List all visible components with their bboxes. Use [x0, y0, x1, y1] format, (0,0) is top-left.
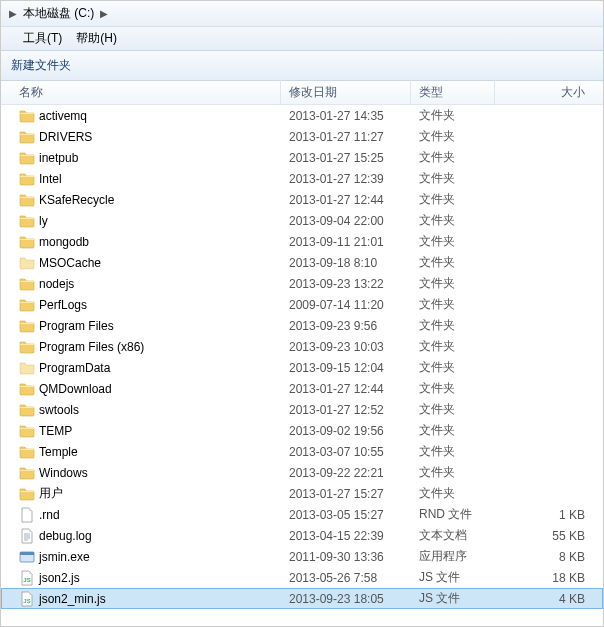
new-folder-button[interactable]: 新建文件夹	[11, 57, 71, 74]
file-type: 文件夹	[411, 336, 495, 357]
file-date: 2013-09-11 21:01	[281, 233, 411, 251]
file-name: jsmin.exe	[39, 550, 90, 564]
file-name: Temple	[39, 445, 78, 459]
table-row[interactable]: Windows2013-09-22 22:21文件夹	[1, 462, 603, 483]
file-date: 2013-09-22 22:21	[281, 464, 411, 482]
file-date: 2013-09-15 12:04	[281, 359, 411, 377]
table-row[interactable]: Program Files (x86)2013-09-23 10:03文件夹	[1, 336, 603, 357]
file-type: 文件夹	[411, 420, 495, 441]
file-size	[495, 366, 603, 370]
folder-icon	[19, 402, 35, 418]
file-size: 8 KB	[495, 548, 603, 566]
file-type: 应用程序	[411, 546, 495, 567]
menu-help[interactable]: 帮助(H)	[76, 30, 117, 47]
file-type: 文件夹	[411, 273, 495, 294]
file-name: Program Files (x86)	[39, 340, 144, 354]
folder-icon	[19, 318, 35, 334]
file-date: 2011-09-30 13:36	[281, 548, 411, 566]
folder-icon	[19, 213, 35, 229]
breadcrumb-location[interactable]: 本地磁盘 (C:)	[23, 5, 94, 22]
file-date: 2013-09-23 10:03	[281, 338, 411, 356]
file-date: 2013-01-27 12:44	[281, 380, 411, 398]
table-row[interactable]: PerfLogs2009-07-14 11:20文件夹	[1, 294, 603, 315]
table-row[interactable]: mongodb2013-09-11 21:01文件夹	[1, 231, 603, 252]
file-type: 文件夹	[411, 252, 495, 273]
file-icon	[19, 507, 35, 523]
table-row[interactable]: swtools2013-01-27 12:52文件夹	[1, 399, 603, 420]
exe-icon	[19, 549, 35, 565]
table-row[interactable]: QMDownload2013-01-27 12:44文件夹	[1, 378, 603, 399]
file-name: Intel	[39, 172, 62, 186]
table-row[interactable]: .rnd2013-03-05 15:27RND 文件1 KB	[1, 504, 603, 525]
file-date: 2009-07-14 11:20	[281, 296, 411, 314]
table-row[interactable]: json2.js2013-05-26 7:58JS 文件18 KB	[1, 567, 603, 588]
file-date: 2013-01-27 12:44	[281, 191, 411, 209]
folder-icon	[19, 276, 35, 292]
file-date: 2013-01-27 11:27	[281, 128, 411, 146]
file-size	[495, 282, 603, 286]
text-icon	[19, 528, 35, 544]
file-name: KSafeRecycle	[39, 193, 114, 207]
file-name: mongodb	[39, 235, 89, 249]
file-date: 2013-01-27 14:35	[281, 107, 411, 125]
folder-icon	[19, 423, 35, 439]
table-row[interactable]: DRIVERS2013-01-27 11:27文件夹	[1, 126, 603, 147]
file-size	[495, 135, 603, 139]
folder-dim-icon	[19, 255, 35, 271]
table-row[interactable]: ly2013-09-04 22:00文件夹	[1, 210, 603, 231]
file-name: TEMP	[39, 424, 72, 438]
file-name: 用户	[39, 485, 63, 502]
folder-icon	[19, 339, 35, 355]
file-type: 文件夹	[411, 294, 495, 315]
table-row[interactable]: jsmin.exe2011-09-30 13:36应用程序8 KB	[1, 546, 603, 567]
column-header-name[interactable]: 名称	[1, 80, 281, 105]
table-row[interactable]: ProgramData2013-09-15 12:04文件夹	[1, 357, 603, 378]
file-type: 文件夹	[411, 189, 495, 210]
file-name: inetpub	[39, 151, 78, 165]
table-row[interactable]: Program Files2013-09-23 9:56文件夹	[1, 315, 603, 336]
file-list: activemq2013-01-27 14:35文件夹DRIVERS2013-0…	[1, 105, 603, 609]
file-name: nodejs	[39, 277, 74, 291]
chevron-right-icon[interactable]: ▶	[100, 8, 108, 19]
menu-tools[interactable]: 工具(T)	[23, 30, 62, 47]
file-size	[495, 198, 603, 202]
table-row[interactable]: debug.log2013-04-15 22:39文本文档55 KB	[1, 525, 603, 546]
file-date: 2013-09-18 8:10	[281, 254, 411, 272]
column-header-type[interactable]: 类型	[411, 80, 495, 105]
column-header-size[interactable]: 大小	[495, 80, 603, 105]
file-size	[495, 177, 603, 181]
file-type: 文件夹	[411, 126, 495, 147]
file-type: 文件夹	[411, 315, 495, 336]
file-type: 文件夹	[411, 357, 495, 378]
folder-icon	[19, 150, 35, 166]
table-row[interactable]: 用户2013-01-27 15:27文件夹	[1, 483, 603, 504]
file-size	[495, 156, 603, 160]
file-name: Program Files	[39, 319, 114, 333]
table-row[interactable]: inetpub2013-01-27 15:25文件夹	[1, 147, 603, 168]
table-row[interactable]: TEMP2013-09-02 19:56文件夹	[1, 420, 603, 441]
file-type: 文件夹	[411, 483, 495, 504]
file-size	[495, 114, 603, 118]
folder-icon	[19, 297, 35, 313]
table-row[interactable]: json2_min.js2013-09-23 18:05JS 文件4 KB	[1, 588, 603, 609]
file-date: 2013-03-05 15:27	[281, 506, 411, 524]
column-header-date[interactable]: 修改日期	[281, 80, 411, 105]
file-name: DRIVERS	[39, 130, 92, 144]
table-row[interactable]: activemq2013-01-27 14:35文件夹	[1, 105, 603, 126]
table-row[interactable]: KSafeRecycle2013-01-27 12:44文件夹	[1, 189, 603, 210]
file-type: 文件夹	[411, 441, 495, 462]
file-type: 文件夹	[411, 168, 495, 189]
file-type: 文件夹	[411, 231, 495, 252]
table-row[interactable]: MSOCache2013-09-18 8:10文件夹	[1, 252, 603, 273]
file-name: json2_min.js	[39, 592, 106, 606]
table-row[interactable]: nodejs2013-09-23 13:22文件夹	[1, 273, 603, 294]
table-row[interactable]: Temple2013-03-07 10:55文件夹	[1, 441, 603, 462]
file-date: 2013-09-23 9:56	[281, 317, 411, 335]
file-size: 55 KB	[495, 527, 603, 545]
table-row[interactable]: Intel2013-01-27 12:39文件夹	[1, 168, 603, 189]
file-date: 2013-09-23 13:22	[281, 275, 411, 293]
chevron-right-icon: ▶	[9, 8, 17, 19]
file-name: swtools	[39, 403, 79, 417]
column-header-row: 名称 修改日期 类型 大小	[1, 81, 603, 105]
breadcrumb[interactable]: ▶ 本地磁盘 (C:) ▶	[1, 1, 603, 27]
